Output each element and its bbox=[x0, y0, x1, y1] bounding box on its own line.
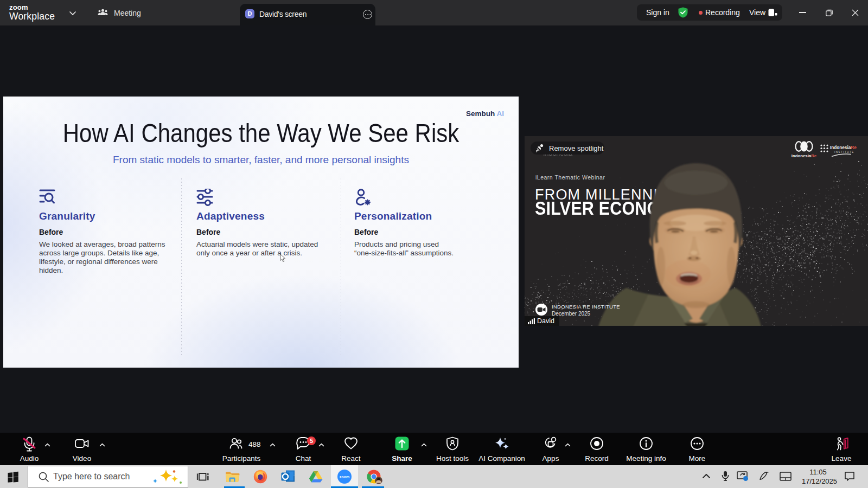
svg-text:IndonesiaRe: IndonesiaRe bbox=[830, 145, 857, 150]
svg-text:INSTITUTE: INSTITUTE bbox=[834, 151, 854, 153]
svg-text:IndonesiaRe: IndonesiaRe bbox=[792, 153, 817, 158]
svg-text:zoom: zoom bbox=[340, 475, 349, 479]
